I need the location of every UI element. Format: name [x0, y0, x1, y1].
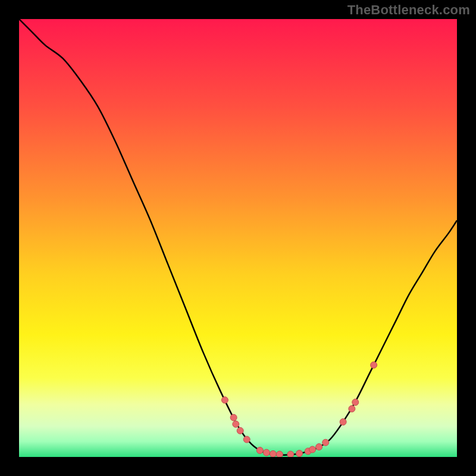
curve-marker — [340, 419, 346, 425]
chart-frame: TheBottleneck.com — [0, 0, 476, 476]
gradient-background — [19, 19, 457, 457]
curve-marker — [371, 362, 377, 368]
curve-marker — [287, 451, 294, 457]
curve-marker — [221, 397, 228, 403]
bottleneck-curve-chart — [19, 19, 457, 457]
curve-marker — [256, 447, 263, 453]
curve-marker — [322, 439, 329, 446]
curve-marker — [243, 436, 250, 443]
curve-marker — [352, 399, 359, 406]
plot-area — [19, 19, 457, 457]
curve-marker — [316, 444, 322, 450]
curve-marker — [237, 427, 243, 434]
curve-marker — [296, 450, 303, 457]
curve-marker — [276, 451, 283, 457]
curve-marker — [349, 406, 355, 412]
curve-marker — [270, 450, 276, 457]
curve-marker — [233, 421, 239, 427]
curve-marker — [263, 449, 270, 456]
watermark-label: TheBottleneck.com — [347, 2, 470, 18]
curve-marker — [309, 446, 316, 453]
curve-marker — [230, 414, 237, 421]
